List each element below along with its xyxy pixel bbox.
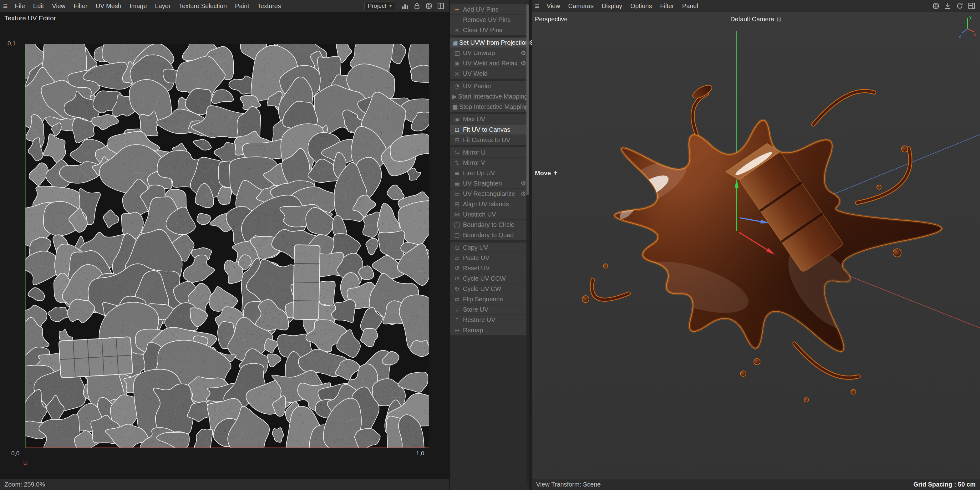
cmd-label: UV Peeler	[463, 83, 492, 90]
cmd-store-uv[interactable]: ↓Store UV	[450, 304, 529, 315]
cmd-label: Unstitch UV	[463, 211, 496, 218]
cmd-label: Max UV	[463, 116, 485, 123]
cmd-line-up-uv[interactable]: ≡Line Up UV	[450, 168, 529, 178]
project-dropdown[interactable]: Project ▾	[364, 2, 395, 10]
menu-edit[interactable]: Edit	[29, 0, 48, 12]
cmd-clear-uv-pins[interactable]: ×Clear UV Pins	[450, 25, 529, 35]
left-menubar: ≡ FileEditViewFilterUV MeshImageLayerTex…	[0, 0, 449, 12]
cmd-fit-uv-to-canvas[interactable]: ⊡Fit UV to Canvas	[450, 124, 529, 135]
camera-label[interactable]: Default Camera ⊡	[730, 16, 781, 23]
cmd-mirror-v[interactable]: ⇅Mirror V	[450, 158, 529, 168]
gear-icon[interactable]: ⚙	[520, 49, 526, 57]
view-axis-gizmo[interactable]: Y X Z	[958, 14, 977, 41]
scrollbar-thumb[interactable]	[527, 5, 529, 195]
cmd-flip-sequence[interactable]: ⇄Flip Sequence	[450, 294, 529, 304]
axis-y-label: Y	[969, 15, 972, 20]
cmd-uv-weld[interactable]: ◎UV Weld	[450, 68, 529, 79]
viewport-canvas[interactable]	[532, 12, 980, 479]
viewport-menu-hamburger-icon[interactable]: ≡	[532, 0, 543, 12]
menu-texture-selection[interactable]: Texture Selection	[175, 0, 231, 12]
cmd-restore-uv[interactable]: ↑Restore UV	[450, 315, 529, 325]
cmd-label: UV Weld and Relax	[463, 60, 517, 67]
cmd-label: UV Unwrap	[463, 49, 495, 57]
command-group: ⇋Mirror U⇅Mirror V≡Line Up UV▤UV Straigh…	[450, 147, 529, 240]
toolbar-separator	[399, 3, 399, 10]
cmd-reset-uv[interactable]: ↺Reset UV	[450, 263, 529, 274]
vp-menu-display[interactable]: Display	[598, 0, 627, 12]
menu-image[interactable]: Image	[126, 0, 151, 12]
cmd-max-uv[interactable]: ▣Max UV	[450, 114, 529, 124]
flip-icon: ⇄	[452, 296, 462, 302]
menu-hamburger-icon[interactable]: ≡	[0, 0, 11, 12]
lock-icon[interactable]	[412, 1, 422, 11]
vp-menu-view[interactable]: View	[543, 0, 564, 12]
viewport-statusbar: View Transform: Scene Grid Spacing : 50 …	[532, 479, 980, 490]
sphere-icon[interactable]	[931, 1, 940, 11]
mirror-u-icon: ⇋	[452, 149, 462, 156]
layout-icon[interactable]	[967, 1, 976, 11]
cmd-remove-uv-pins[interactable]: −Remove UV Pins	[450, 15, 529, 25]
cmd-uv-straighten[interactable]: ▤UV Straighten⚙	[450, 178, 529, 189]
menu-layer[interactable]: Layer	[151, 0, 175, 12]
vp-menu-cameras[interactable]: Cameras	[564, 0, 598, 12]
cmd-uv-rectangularize[interactable]: ▭UV Rectangularize⚙	[450, 189, 529, 199]
camera-badge-icon: ⊡	[777, 16, 781, 22]
vp-menu-filter[interactable]: Filter	[656, 0, 678, 12]
menu-paint[interactable]: Paint	[231, 0, 253, 12]
cmd-paste-uv[interactable]: ▱Paste UV	[450, 253, 529, 263]
menu-file[interactable]: File	[11, 0, 29, 12]
caret-down-icon: ▾	[390, 3, 391, 8]
menu-textures[interactable]: Textures	[253, 0, 285, 12]
cmd-cycle-uv-cw[interactable]: ↻Cycle UV CW	[450, 284, 529, 294]
cmd-remap[interactable]: ↦Remap...	[450, 325, 529, 336]
uv-statusbar: Zoom: 259.0%	[0, 479, 449, 490]
peeler-icon: ◔	[452, 83, 462, 89]
cmd-unstitch-uv[interactable]: ⋈Unstitch UV	[450, 209, 529, 220]
cmd-cycle-uv-ccw[interactable]: ↺Cycle UV CCW	[450, 274, 529, 284]
cmd-uv-unwrap[interactable]: ◰UV Unwrap⚙	[450, 48, 529, 58]
boundary-quad-icon: ▢	[452, 232, 462, 239]
cmd-uv-peeler[interactable]: ◔UV Peeler	[450, 81, 529, 91]
gear-icon[interactable]: ⚙	[520, 190, 526, 197]
refresh-icon[interactable]	[955, 1, 964, 11]
uv-coord-origin: 0,0	[11, 450, 19, 457]
cmd-label: Align UV Islands	[463, 200, 509, 208]
cmd-set-uvw-from-projection[interactable]: ▦Set UVW from Projection⚙	[450, 38, 529, 48]
uv-map-canvas[interactable]	[25, 44, 429, 448]
cmd-label: UV Weld	[463, 70, 488, 77]
cmd-boundary-to-quad[interactable]: ▢Boundary to Quad	[450, 230, 529, 240]
vp-menu-options[interactable]: Options	[626, 0, 656, 12]
start-mapping-icon: ▶	[452, 93, 457, 100]
menu-uv-mesh[interactable]: UV Mesh	[92, 0, 126, 12]
cmd-start-interactive-mapping[interactable]: ▶Start Interactive Mapping	[450, 91, 529, 102]
cmd-fit-canvas-to-uv[interactable]: ⊞Fit Canvas to UV	[450, 135, 529, 145]
sphere-icon[interactable]	[424, 1, 434, 11]
cmd-label: UV Straighten	[463, 180, 502, 187]
commands-scrollbar[interactable]	[527, 5, 529, 486]
cmd-uv-weld-and-relax[interactable]: ◉UV Weld and Relax⚙	[450, 58, 529, 68]
cmd-copy-uv[interactable]: ⧉Copy UV	[450, 242, 529, 253]
cmd-add-uv-pins[interactable]: +Add UV Pins	[450, 5, 529, 15]
cmd-label: Fit UV to Canvas	[463, 126, 510, 133]
menu-view[interactable]: View	[48, 0, 70, 12]
cmd-mirror-u[interactable]: ⇋Mirror U	[450, 147, 529, 158]
histogram-icon[interactable]	[400, 1, 410, 11]
download-icon[interactable]	[943, 1, 953, 11]
vp-menu-panel[interactable]: Panel	[678, 0, 702, 12]
cmd-align-uv-islands[interactable]: ⊟Align UV Islands	[450, 199, 529, 209]
uv-editor-panel: ≡ FileEditViewFilterUV MeshImageLayerTex…	[0, 0, 449, 490]
project-dropdown-label: Project	[368, 3, 386, 10]
gear-icon[interactable]: ⚙	[520, 59, 526, 67]
gear-icon[interactable]: ⚙	[520, 180, 526, 187]
cmd-label: Fit Canvas to UV	[463, 137, 510, 144]
cmd-boundary-to-circle[interactable]: ◯Boundary to Circle	[450, 220, 529, 230]
menu-filter[interactable]: Filter	[70, 0, 91, 12]
cmd-stop-interactive-mapping[interactable]: ■Stop Interactive Mapping	[450, 102, 529, 112]
uv-coord-top-left: 0,1	[8, 40, 16, 47]
viewport-toolbar	[931, 1, 976, 11]
straighten-icon: ▤	[452, 180, 462, 187]
pin-remove-icon: −	[452, 16, 462, 23]
grid-icon[interactable]	[436, 1, 445, 11]
command-group: ▦Set UVW from Projection⚙◰UV Unwrap⚙◉UV …	[450, 38, 529, 79]
restore-icon: ↑	[452, 317, 462, 323]
